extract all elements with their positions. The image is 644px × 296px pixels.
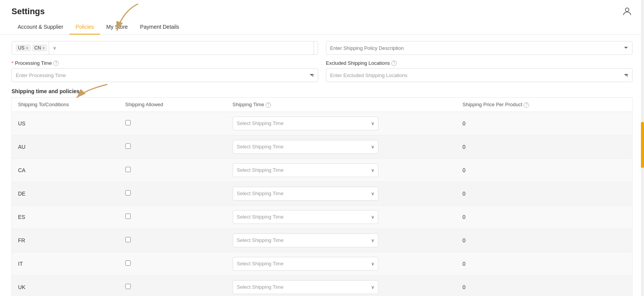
tab-payment-details[interactable]: Payment Details (134, 21, 185, 35)
country-code-au: AU (18, 144, 25, 150)
table-row: IT Select Shipping Time ∨ (12, 252, 632, 275)
tab-my-store[interactable]: My Store (100, 21, 134, 35)
table-row: FR Select Shipping Time ∨ (12, 229, 632, 252)
tag-cn: CN × (32, 44, 47, 51)
shipping-time-select-au[interactable]: Select Shipping Time (233, 140, 378, 154)
table-row: AU Select Shipping Time ∨ (12, 135, 632, 158)
col-allowed: Shipping Allowed (119, 98, 227, 112)
required-star: * (12, 60, 13, 66)
price-input-us[interactable] (463, 117, 493, 130)
table-row: ES Select Shipping Time ∨ (12, 205, 632, 229)
table-row: UK Select Shipping Time ∨ (12, 275, 632, 296)
country-code-uk: UK (18, 284, 25, 290)
col-price: Shipping Price Per Product ? (457, 98, 632, 112)
scrollbar-track (641, 0, 644, 296)
shipping-price-info-icon[interactable]: ? (524, 102, 529, 108)
shipping-table: Shipping To/Conditions Shipping Allowed … (12, 97, 632, 296)
country-code-it: IT (18, 261, 23, 267)
tab-policies[interactable]: Policies (69, 21, 100, 35)
allowed-checkbox-us[interactable] (125, 120, 131, 125)
shipping-time-select-ca[interactable]: Select Shipping Time (233, 163, 378, 177)
excluded-shipping-info-icon[interactable]: ? (391, 61, 397, 66)
price-input-uk[interactable] (463, 280, 493, 294)
shipping-time-select-uk[interactable]: Select Shipping Time (233, 280, 378, 294)
table-row: US Select Shipping Time ∨ (12, 112, 632, 135)
shipping-time-select-es[interactable]: Select Shipping Time (233, 210, 378, 224)
allowed-checkbox-de[interactable] (125, 190, 131, 196)
country-code-fr: FR (18, 237, 25, 243)
country-code-ca: CA (18, 167, 25, 173)
allowed-checkbox-uk[interactable] (125, 284, 131, 289)
price-input-ca[interactable] (463, 163, 493, 177)
country-code-de: DE (18, 191, 25, 197)
price-input-fr[interactable] (463, 234, 493, 247)
tag-us-close[interactable]: × (26, 46, 28, 50)
scrollbar-thumb[interactable] (641, 122, 644, 168)
excluded-shipping-select[interactable]: Enter Excluded Shipping Locations (326, 68, 632, 82)
tag-us: US × (16, 44, 31, 51)
excluded-shipping-label: Excluded Shipping Locations ? (326, 60, 632, 66)
allowed-checkbox-it[interactable] (125, 260, 131, 266)
shipping-time-select-it[interactable]: Select Shipping Time (233, 257, 378, 271)
shipping-time-info-icon[interactable]: ? (266, 102, 271, 108)
shipping-time-select-fr[interactable]: Select Shipping Time (233, 234, 378, 247)
shipping-time-select-us[interactable]: Select Shipping Time (233, 117, 378, 130)
col-time: Shipping Time ? (227, 98, 457, 112)
page-title: Settings (12, 7, 45, 16)
price-input-es[interactable] (463, 210, 493, 224)
user-icon (622, 6, 632, 17)
allowed-checkbox-au[interactable] (125, 143, 131, 149)
table-row: CA Select Shipping Time ∨ (12, 158, 632, 182)
tags-chevron: ∨ (49, 41, 314, 55)
col-to-conditions: Shipping To/Conditions (12, 98, 119, 112)
svg-point-0 (625, 8, 629, 12)
processing-time-info-icon[interactable]: ? (53, 61, 59, 66)
allowed-checkbox-fr[interactable] (125, 237, 131, 242)
processing-time-label: * Processing Time ? (12, 60, 318, 66)
country-code-es: ES (18, 214, 25, 220)
price-input-de[interactable] (463, 187, 493, 201)
shipping-section-title: Shipping time and policies (12, 88, 79, 94)
price-input-it[interactable] (463, 257, 493, 271)
processing-time-select[interactable]: Enter Processing Time (12, 68, 318, 82)
shipping-time-select-de[interactable]: Select Shipping Time (233, 187, 378, 201)
tabs-container: Account & Supplier Policies My Store Pay… (0, 17, 644, 35)
shipping-policy-description-input[interactable] (326, 41, 632, 55)
tag-cn-close[interactable]: × (43, 46, 45, 50)
tags-input[interactable]: US × CN × ∨ (12, 41, 318, 55)
allowed-checkbox-es[interactable] (125, 214, 131, 219)
table-row: DE Select Shipping Time ∨ (12, 182, 632, 205)
allowed-checkbox-ca[interactable] (125, 167, 131, 172)
country-code-us: US (18, 120, 25, 127)
tab-account-supplier[interactable]: Account & Supplier (12, 21, 69, 35)
price-input-au[interactable] (463, 140, 493, 154)
